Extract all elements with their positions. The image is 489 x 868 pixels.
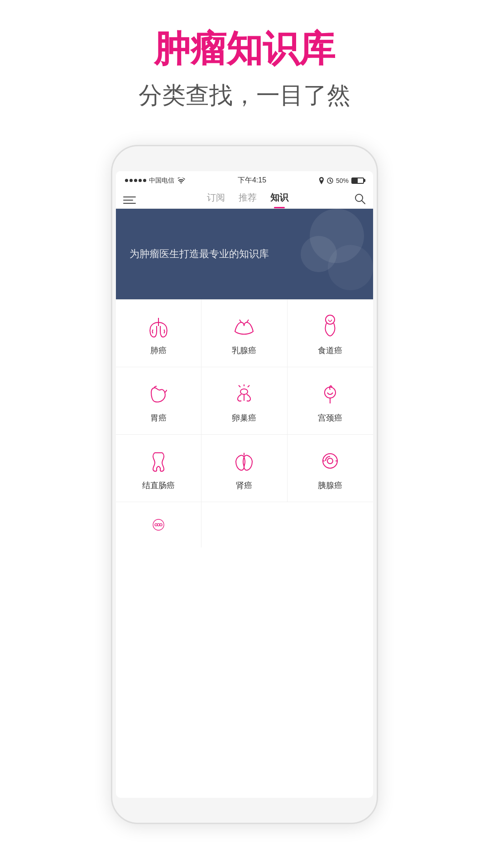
signal-dot-2 xyxy=(129,179,133,182)
banner-text: 为肿瘤医生打造最专业的知识库 xyxy=(129,247,269,261)
tabs-container: 订阅 推荐 知识 xyxy=(146,192,350,208)
cancer-cell-pancreas[interactable]: 胰腺癌 xyxy=(288,435,373,502)
knowledge-banner: 为肿瘤医生打造最专业的知识库 xyxy=(116,209,373,299)
cancer-type-grid: 肺癌 乳腺癌 食道癌 xyxy=(116,299,373,547)
cancer-label-cervix: 宫颈癌 xyxy=(318,412,342,423)
svg-point-13 xyxy=(155,523,157,526)
svg-line-4 xyxy=(239,385,240,387)
battery-fill xyxy=(352,178,358,183)
status-bar: 中国电信 下午4:15 50% xyxy=(116,171,373,188)
svg-point-14 xyxy=(157,523,159,526)
carrier-name: 中国电信 xyxy=(149,177,174,185)
cancer-cell-ovary[interactable]: 卵巢癌 xyxy=(201,367,287,435)
other-icon xyxy=(145,516,172,534)
cancer-label-pancreas: 胰腺癌 xyxy=(318,480,342,491)
signal-dot-1 xyxy=(125,179,128,182)
battery-tip xyxy=(364,179,365,182)
banner-circle-3 xyxy=(328,245,373,290)
stomach-icon xyxy=(145,381,172,408)
signal-dot-4 xyxy=(139,179,142,182)
status-left: 中国电信 xyxy=(125,177,185,185)
kidney-icon xyxy=(230,448,258,475)
cancer-cell-colon[interactable]: 结直肠癌 xyxy=(116,435,201,502)
page-header: 肿瘤知识库 分类查找，一目了然 xyxy=(0,0,489,129)
lung-icon xyxy=(145,313,172,340)
svg-point-3 xyxy=(326,315,335,324)
cervix-icon xyxy=(316,381,344,408)
cancer-label-lung: 肺癌 xyxy=(150,345,167,356)
menu-line-3 xyxy=(123,203,136,204)
cancer-label-esophagus: 食道癌 xyxy=(318,345,342,356)
location-icon xyxy=(319,177,324,184)
wifi-icon xyxy=(177,177,185,183)
tab-subscribe[interactable]: 订阅 xyxy=(207,192,225,208)
phone-screen: 中国电信 下午4:15 50% xyxy=(116,171,373,798)
cancer-cell-kidney[interactable]: 肾癌 xyxy=(201,435,287,502)
signal-dots xyxy=(125,179,146,182)
colon-icon xyxy=(145,448,172,475)
cancer-label-ovary: 卵巢癌 xyxy=(232,412,256,423)
svg-line-5 xyxy=(248,385,249,387)
svg-line-2 xyxy=(362,201,365,204)
page-title: 肿瘤知识库 xyxy=(0,27,489,71)
signal-dot-3 xyxy=(134,179,137,182)
ovary-icon xyxy=(230,381,258,408)
signal-dot-5 xyxy=(143,179,146,182)
cancer-label-breast: 乳腺癌 xyxy=(232,345,256,356)
page-subtitle: 分类查找，一目了然 xyxy=(0,80,489,111)
cancer-cell-breast[interactable]: 乳腺癌 xyxy=(201,300,287,367)
svg-point-11 xyxy=(327,458,333,464)
cancer-cell-lung[interactable]: 肺癌 xyxy=(116,300,201,367)
status-time: 下午4:15 xyxy=(238,176,266,185)
cancer-label-stomach: 胃癌 xyxy=(150,412,167,423)
esophagus-icon xyxy=(316,313,344,340)
cancer-label-colon: 结直肠癌 xyxy=(142,480,175,491)
search-icon xyxy=(354,193,366,205)
nav-tabs: 订阅 推荐 知识 xyxy=(116,188,373,209)
battery-percent: 50% xyxy=(336,177,349,184)
battery-indicator xyxy=(351,177,364,184)
menu-line-1 xyxy=(123,197,136,197)
phone-frame: 中国电信 下午4:15 50% xyxy=(111,145,378,824)
cancer-cell-cervix[interactable]: 宫颈癌 xyxy=(288,367,373,435)
cancer-cell-stomach[interactable]: 胃癌 xyxy=(116,367,201,435)
cancer-cell-other[interactable] xyxy=(116,502,201,547)
hamburger-menu-button[interactable] xyxy=(123,197,141,204)
tab-knowledge[interactable]: 知识 xyxy=(270,192,288,208)
search-button[interactable] xyxy=(350,193,366,207)
status-right: 50% xyxy=(319,177,364,184)
svg-point-15 xyxy=(160,523,162,526)
pancreas-icon xyxy=(316,448,344,475)
menu-line-2 xyxy=(123,200,133,201)
breast-icon xyxy=(230,313,258,340)
tab-recommend[interactable]: 推荐 xyxy=(239,192,257,208)
svg-point-10 xyxy=(323,454,337,468)
clock-icon xyxy=(327,177,333,184)
cancer-cell-esophagus[interactable]: 食道癌 xyxy=(288,300,373,367)
cancer-label-kidney: 肾癌 xyxy=(236,480,252,491)
